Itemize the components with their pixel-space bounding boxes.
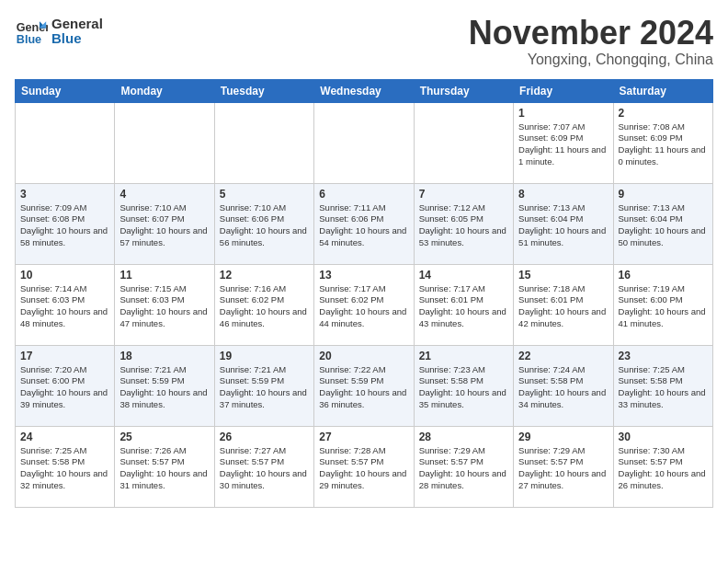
day-number: 4 [119, 188, 209, 201]
calendar-cell [214, 102, 313, 183]
day-number: 16 [619, 269, 708, 282]
weekday-header-friday: Friday [514, 79, 613, 102]
calendar-cell: 4Sunrise: 7:10 AM Sunset: 6:07 PM Daylig… [115, 183, 214, 264]
day-number: 9 [619, 188, 708, 201]
logo-blue: Blue [51, 31, 103, 47]
day-number: 21 [419, 350, 508, 362]
logo: General Blue General Blue [15, 15, 103, 48]
day-number: 15 [518, 269, 608, 282]
logo-general: General [51, 17, 103, 32]
calendar-cell: 25Sunrise: 7:26 AM Sunset: 5:57 PM Dayli… [115, 426, 214, 507]
day-info: Sunrise: 7:21 AM Sunset: 5:59 PM Dayligh… [119, 364, 209, 411]
calendar-week-1: 1Sunrise: 7:07 AM Sunset: 6:09 PM Daylig… [16, 102, 713, 183]
day-number: 28 [419, 431, 508, 443]
calendar-cell: 20Sunrise: 7:22 AM Sunset: 5:59 PM Dayli… [314, 345, 414, 426]
calendar-cell [16, 102, 115, 183]
calendar-cell: 9Sunrise: 7:13 AM Sunset: 6:04 PM Daylig… [613, 183, 712, 264]
calendar-cell: 11Sunrise: 7:15 AM Sunset: 6:03 PM Dayli… [115, 264, 214, 345]
day-info: Sunrise: 7:26 AM Sunset: 5:57 PM Dayligh… [119, 445, 209, 492]
page-header: General Blue General Blue November 2024 … [15, 15, 713, 68]
calendar-cell: 22Sunrise: 7:24 AM Sunset: 5:58 PM Dayli… [514, 345, 613, 426]
calendar-week-4: 17Sunrise: 7:20 AM Sunset: 6:00 PM Dayli… [16, 345, 713, 426]
title-block: November 2024 Yongxing, Chongqing, China [469, 15, 713, 68]
day-number: 7 [419, 188, 508, 201]
day-number: 14 [419, 269, 508, 282]
day-info: Sunrise: 7:22 AM Sunset: 5:59 PM Dayligh… [319, 364, 408, 411]
day-info: Sunrise: 7:09 AM Sunset: 6:08 PM Dayligh… [20, 202, 109, 249]
day-info: Sunrise: 7:10 AM Sunset: 6:06 PM Dayligh… [220, 202, 309, 249]
weekday-header-thursday: Thursday [414, 79, 513, 102]
day-number: 30 [619, 431, 708, 443]
day-info: Sunrise: 7:25 AM Sunset: 5:58 PM Dayligh… [619, 364, 708, 411]
calendar-cell: 26Sunrise: 7:27 AM Sunset: 5:57 PM Dayli… [214, 426, 313, 507]
day-number: 24 [20, 431, 109, 443]
calendar-week-5: 24Sunrise: 7:25 AM Sunset: 5:58 PM Dayli… [16, 426, 713, 507]
day-number: 11 [119, 269, 209, 282]
day-number: 23 [619, 350, 708, 362]
calendar-week-3: 10Sunrise: 7:14 AM Sunset: 6:03 PM Dayli… [16, 264, 713, 345]
calendar-week-2: 3Sunrise: 7:09 AM Sunset: 6:08 PM Daylig… [16, 183, 713, 264]
day-info: Sunrise: 7:18 AM Sunset: 6:01 PM Dayligh… [518, 283, 608, 330]
day-info: Sunrise: 7:27 AM Sunset: 5:57 PM Dayligh… [220, 445, 309, 492]
day-info: Sunrise: 7:16 AM Sunset: 6:02 PM Dayligh… [220, 283, 309, 330]
day-info: Sunrise: 7:14 AM Sunset: 6:03 PM Dayligh… [20, 283, 109, 330]
calendar-cell [115, 102, 214, 183]
calendar-cell: 24Sunrise: 7:25 AM Sunset: 5:58 PM Dayli… [16, 426, 115, 507]
day-number: 27 [319, 431, 408, 443]
calendar-cell: 16Sunrise: 7:19 AM Sunset: 6:00 PM Dayli… [613, 264, 712, 345]
calendar-cell [414, 102, 513, 183]
day-info: Sunrise: 7:15 AM Sunset: 6:03 PM Dayligh… [119, 283, 209, 330]
day-info: Sunrise: 7:12 AM Sunset: 6:05 PM Dayligh… [419, 202, 508, 249]
calendar-cell: 13Sunrise: 7:17 AM Sunset: 6:02 PM Dayli… [314, 264, 414, 345]
calendar-cell: 18Sunrise: 7:21 AM Sunset: 5:59 PM Dayli… [115, 345, 214, 426]
calendar-cell: 17Sunrise: 7:20 AM Sunset: 6:00 PM Dayli… [16, 345, 115, 426]
calendar-cell: 19Sunrise: 7:21 AM Sunset: 5:59 PM Dayli… [214, 345, 313, 426]
day-info: Sunrise: 7:30 AM Sunset: 5:57 PM Dayligh… [619, 445, 708, 492]
day-info: Sunrise: 7:25 AM Sunset: 5:58 PM Dayligh… [20, 445, 109, 492]
calendar-cell: 14Sunrise: 7:17 AM Sunset: 6:01 PM Dayli… [414, 264, 513, 345]
day-number: 1 [518, 107, 608, 120]
day-info: Sunrise: 7:28 AM Sunset: 5:57 PM Dayligh… [319, 445, 408, 492]
calendar-cell [314, 102, 414, 183]
day-number: 17 [20, 350, 109, 362]
day-number: 3 [20, 188, 109, 201]
day-info: Sunrise: 7:24 AM Sunset: 5:58 PM Dayligh… [518, 364, 608, 411]
day-number: 29 [518, 431, 608, 443]
calendar-cell: 23Sunrise: 7:25 AM Sunset: 5:58 PM Dayli… [613, 345, 712, 426]
day-number: 8 [518, 188, 608, 201]
logo-icon: General Blue [15, 15, 48, 48]
calendar-table: SundayMondayTuesdayWednesdayThursdayFrid… [15, 79, 713, 508]
calendar-cell: 7Sunrise: 7:12 AM Sunset: 6:05 PM Daylig… [414, 183, 513, 264]
weekday-header-wednesday: Wednesday [314, 79, 414, 102]
calendar-cell: 8Sunrise: 7:13 AM Sunset: 6:04 PM Daylig… [514, 183, 613, 264]
calendar-cell: 3Sunrise: 7:09 AM Sunset: 6:08 PM Daylig… [16, 183, 115, 264]
day-number: 13 [319, 269, 408, 282]
calendar-cell: 27Sunrise: 7:28 AM Sunset: 5:57 PM Dayli… [314, 426, 414, 507]
day-info: Sunrise: 7:10 AM Sunset: 6:07 PM Dayligh… [119, 202, 209, 249]
calendar-cell: 15Sunrise: 7:18 AM Sunset: 6:01 PM Dayli… [514, 264, 613, 345]
svg-text:Blue: Blue [17, 33, 41, 46]
day-info: Sunrise: 7:07 AM Sunset: 6:09 PM Dayligh… [518, 121, 608, 168]
calendar-cell: 2Sunrise: 7:08 AM Sunset: 6:09 PM Daylig… [613, 102, 712, 183]
day-number: 25 [119, 431, 209, 443]
calendar-cell: 10Sunrise: 7:14 AM Sunset: 6:03 PM Dayli… [16, 264, 115, 345]
day-info: Sunrise: 7:08 AM Sunset: 6:09 PM Dayligh… [619, 121, 708, 168]
calendar-cell: 21Sunrise: 7:23 AM Sunset: 5:58 PM Dayli… [414, 345, 513, 426]
location: Yongxing, Chongqing, China [469, 52, 713, 68]
day-info: Sunrise: 7:11 AM Sunset: 6:06 PM Dayligh… [319, 202, 408, 249]
day-info: Sunrise: 7:17 AM Sunset: 6:01 PM Dayligh… [419, 283, 508, 330]
day-info: Sunrise: 7:29 AM Sunset: 5:57 PM Dayligh… [518, 445, 608, 492]
day-number: 20 [319, 350, 408, 362]
calendar-cell: 30Sunrise: 7:30 AM Sunset: 5:57 PM Dayli… [613, 426, 712, 507]
calendar-cell: 29Sunrise: 7:29 AM Sunset: 5:57 PM Dayli… [514, 426, 613, 507]
day-number: 2 [619, 107, 708, 120]
calendar-cell: 12Sunrise: 7:16 AM Sunset: 6:02 PM Dayli… [214, 264, 313, 345]
day-number: 26 [220, 431, 309, 443]
day-number: 19 [220, 350, 309, 362]
day-number: 6 [319, 188, 408, 201]
calendar-cell: 28Sunrise: 7:29 AM Sunset: 5:57 PM Dayli… [414, 426, 513, 507]
day-info: Sunrise: 7:29 AM Sunset: 5:57 PM Dayligh… [419, 445, 508, 492]
weekday-header-tuesday: Tuesday [214, 79, 313, 102]
calendar-cell: 5Sunrise: 7:10 AM Sunset: 6:06 PM Daylig… [214, 183, 313, 264]
month-title: November 2024 [469, 15, 713, 52]
